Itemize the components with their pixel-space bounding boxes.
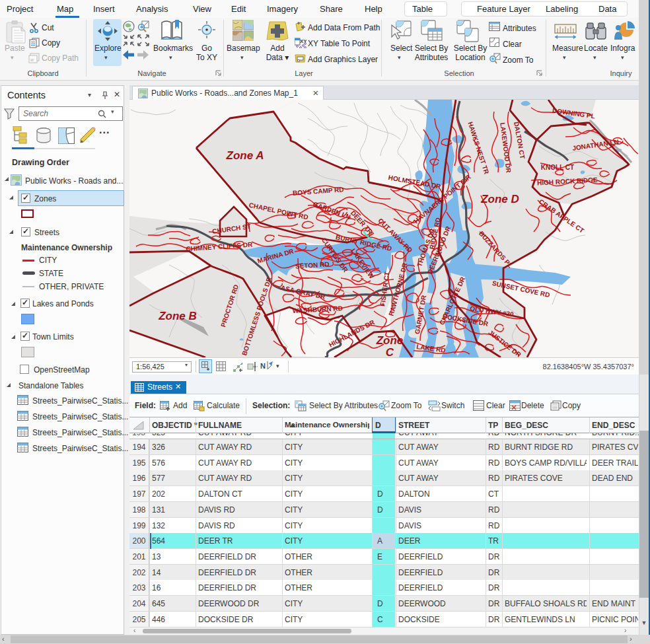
svg-text:KNOLL CT: KNOLL CT <box>541 164 574 171</box>
svg-text:Zone B: Zone B <box>158 310 197 322</box>
svg-text:C: C <box>386 346 394 357</box>
svg-text:Zone D: Zone D <box>480 193 519 205</box>
svg-text:XY: XY <box>300 38 307 44</box>
svg-text:Zone A: Zone A <box>226 149 264 162</box>
svg-text:Zone: Zone <box>376 334 404 347</box>
